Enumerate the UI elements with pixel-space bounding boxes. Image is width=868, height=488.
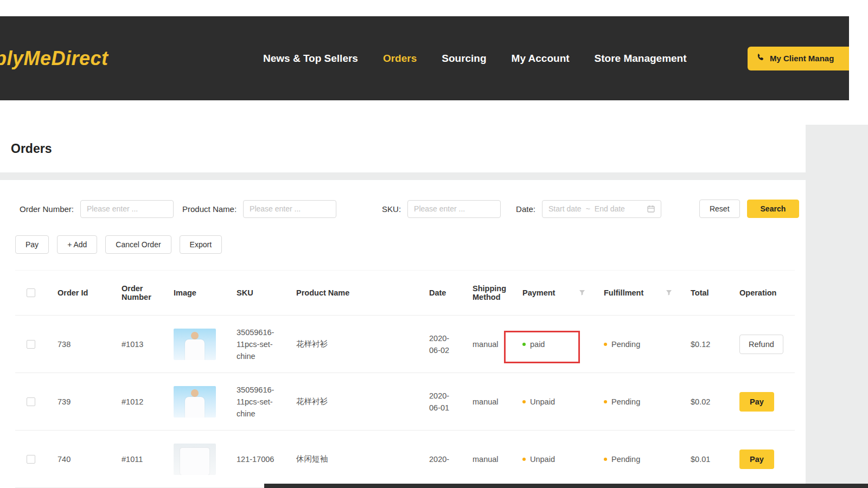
order-number: #1013 [111, 340, 163, 349]
filters-bar: Order Number: Product Name: SKU: Date: S… [0, 200, 806, 218]
row-checkbox[interactable] [27, 455, 35, 464]
fulfillment-status-dot [604, 458, 607, 461]
total-value: $0.02 [680, 397, 729, 406]
top-strip [0, 0, 868, 16]
my-client-manager-button[interactable]: My Client Manag [748, 47, 849, 70]
main-nav: News & Top Sellers Orders Sourcing My Ac… [263, 16, 687, 100]
date-value: 2020- 06-01 [418, 390, 462, 414]
fulfillment-status-dot [604, 400, 607, 403]
table-header-row: Order Id Order Number Image SKU Product … [15, 270, 795, 316]
refund-button[interactable]: Refund [739, 335, 783, 354]
header-sku: SKU [226, 288, 285, 297]
order-id: 738 [47, 340, 111, 349]
payment-status-dot [522, 458, 526, 461]
product-image[interactable] [174, 329, 216, 360]
row-pay-button[interactable]: Pay [739, 450, 774, 469]
phone-icon [756, 53, 765, 63]
order-number-input[interactable] [80, 200, 174, 218]
fulfillment-status-dot [604, 343, 607, 346]
table-row: 738 #1013 35059616- 11pcs-set- chine 花样衬… [15, 316, 795, 373]
sku-label: SKU: [382, 204, 401, 214]
fulfillment-status: Pending [611, 397, 640, 406]
sku-input[interactable] [407, 200, 501, 218]
product-image[interactable] [174, 386, 216, 418]
header-order-id: Order Id [47, 288, 111, 297]
header-operation: Operation [729, 288, 795, 297]
page-title-card: Orders [0, 125, 806, 172]
fulfillment-status: Pending [611, 455, 640, 464]
product-name-value: 花样衬衫 [285, 339, 418, 349]
shipping-method-value: manual [462, 340, 512, 349]
start-date-placeholder: Start date [548, 204, 582, 213]
sku-value: 35059616- 11pcs-set- chine [226, 326, 285, 362]
date-range-picker[interactable]: Start date ~ End date [542, 200, 661, 218]
date-label: Date: [516, 204, 535, 214]
end-date-placeholder: End date [595, 204, 625, 213]
nav-item-orders[interactable]: Orders [383, 53, 417, 65]
table-row: 739 #1012 35059616- 11pcs-set- chine 花样衬… [15, 373, 795, 431]
main-header: plyMeDirect News & Top Sellers Orders So… [0, 16, 849, 100]
calendar-icon [647, 205, 655, 213]
page-content: Orders Order Number: Product Name: SKU: … [0, 125, 868, 488]
order-id: 739 [47, 397, 111, 406]
payment-status-dot [522, 343, 526, 346]
nav-item-store-management[interactable]: Store Management [595, 53, 687, 65]
product-name-value: 休闲短袖 [285, 454, 418, 464]
shipping-method-value: manual [462, 455, 512, 464]
reset-button[interactable]: Reset [699, 200, 740, 218]
sku-value: 35059616- 11pcs-set- chine [226, 384, 285, 420]
orders-panel: Order Number: Product Name: SKU: Date: S… [0, 180, 806, 488]
brand-logo[interactable]: plyMeDirect [0, 47, 108, 70]
header-fulfillment: Fulfillment [604, 288, 643, 297]
date-value: 2020- [418, 453, 462, 465]
payment-status: paid [530, 340, 545, 349]
order-number: #1012 [111, 397, 163, 406]
table-row: 740 #1011 121-17006 休闲短袖 2020- manual Un… [15, 431, 795, 488]
payment-status: Unpaid [530, 397, 555, 406]
header-shipping-method: Shipping Method [462, 284, 512, 301]
nav-item-news[interactable]: News & Top Sellers [263, 53, 358, 65]
header-product-name: Product Name [285, 288, 418, 297]
bottom-dark-strip [264, 484, 868, 488]
header-image: Image [163, 288, 226, 297]
fulfillment-status: Pending [611, 340, 640, 349]
payment-filter-icon[interactable] [579, 290, 585, 296]
header-date: Date [418, 288, 462, 297]
order-id: 740 [47, 455, 111, 464]
actions-toolbar: Pay + Add Cancel Order Export [0, 235, 806, 254]
page-title: Orders [11, 142, 52, 156]
product-image[interactable] [174, 444, 216, 475]
orders-table: Order Id Order Number Image SKU Product … [15, 270, 795, 488]
product-name-input[interactable] [243, 200, 336, 218]
export-button[interactable]: Export [180, 235, 222, 254]
shipping-method-value: manual [462, 397, 512, 406]
header-payment: Payment [522, 288, 555, 297]
search-button[interactable]: Search [747, 200, 800, 218]
fulfillment-filter-icon[interactable] [666, 290, 672, 296]
total-value: $0.12 [680, 340, 729, 349]
header-order-number: Order Number [111, 284, 163, 301]
my-client-manager-label: My Client Manag [770, 54, 834, 63]
order-number: #1011 [111, 455, 163, 464]
row-checkbox[interactable] [27, 397, 35, 406]
product-name-label: Product Name: [182, 204, 237, 214]
header-total: Total [680, 288, 729, 297]
row-pay-button[interactable]: Pay [739, 392, 774, 412]
payment-status: Unpaid [530, 455, 555, 464]
order-number-label: Order Number: [20, 204, 74, 214]
date-separator: ~ [586, 204, 590, 213]
sku-value: 121-17006 [226, 453, 285, 465]
total-value: $0.01 [680, 455, 729, 464]
cancel-order-button[interactable]: Cancel Order [105, 235, 171, 254]
date-value: 2020- 06-02 [418, 332, 462, 356]
nav-item-my-account[interactable]: My Account [512, 53, 570, 65]
product-name-value: 花样衬衫 [285, 396, 418, 407]
nav-item-sourcing[interactable]: Sourcing [442, 53, 486, 65]
pay-button[interactable]: Pay [15, 235, 49, 254]
select-all-checkbox[interactable] [27, 288, 35, 297]
add-button[interactable]: + Add [57, 235, 97, 254]
payment-status-dot [522, 400, 526, 403]
row-checkbox[interactable] [27, 340, 35, 349]
